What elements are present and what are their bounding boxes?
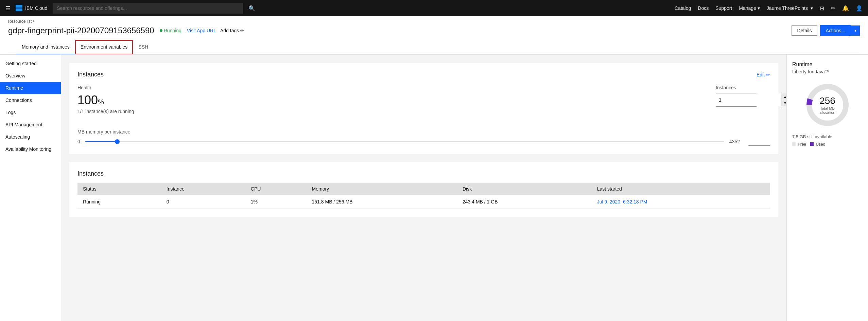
search-icon[interactable]: 🔍 bbox=[248, 5, 255, 12]
memory-label: MB memory per instance bbox=[77, 129, 770, 135]
svg-rect-3 bbox=[16, 9, 22, 10]
cell-memory: 151.8 MB / 256 MB bbox=[307, 195, 457, 209]
col-header-last-started: Last started bbox=[592, 183, 770, 195]
col-header-memory: Memory bbox=[307, 183, 457, 195]
tab-ssh[interactable]: SSH bbox=[133, 40, 154, 54]
instances-config-title: Instances bbox=[77, 71, 104, 78]
slider-fill bbox=[85, 141, 117, 142]
search-input[interactable] bbox=[53, 3, 243, 14]
health-label: Health bbox=[77, 85, 134, 90]
notification-icon[interactable]: 🔔 bbox=[842, 5, 849, 12]
tab-memory-instances[interactable]: Memory and instances bbox=[16, 40, 75, 54]
donut-label: Total MB allocation bbox=[816, 106, 839, 114]
brand-name: IBM Cloud bbox=[25, 5, 47, 11]
main-content: Instances Edit ✏ Health 100% 1/1 instanc… bbox=[61, 55, 786, 321]
user-name: Jaume ThreePoints bbox=[767, 5, 808, 11]
docs-link[interactable]: Docs bbox=[698, 5, 709, 11]
sidebar-item-logs[interactable]: Logs bbox=[0, 106, 61, 119]
slider-container: 0 4352 256 bbox=[77, 137, 770, 146]
app-links: Visit App URL Add tags ✏ bbox=[187, 28, 244, 33]
cell-instance: 0 bbox=[161, 195, 245, 209]
user-avatar-icon[interactable]: 👤 bbox=[856, 5, 863, 12]
actions-main-button[interactable]: Actions... bbox=[820, 25, 851, 36]
status-text: Running bbox=[164, 28, 181, 33]
legend-used-item: Used bbox=[810, 142, 825, 147]
legend-free-label: Free bbox=[798, 142, 806, 147]
memory-slider-track[interactable] bbox=[85, 141, 724, 142]
memory-value-input[interactable]: 256 bbox=[748, 137, 770, 146]
legend-used-dot bbox=[810, 142, 814, 146]
sidebar-item-availability-monitoring[interactable]: Availability Monitoring bbox=[0, 143, 61, 155]
slider-thumb[interactable] bbox=[115, 139, 120, 144]
status-dot bbox=[160, 29, 162, 32]
runtime-panel-subtitle: Liberty for Java™ bbox=[792, 69, 863, 74]
sidebar-item-overview[interactable]: Overview bbox=[0, 70, 61, 82]
sidebar-item-autoscaling[interactable]: Autoscaling bbox=[0, 131, 61, 143]
health-value: 100% bbox=[77, 93, 134, 107]
menu-icon[interactable]: ☰ bbox=[5, 5, 10, 12]
breadcrumb-separator: / bbox=[33, 19, 34, 24]
ibm-logo-icon bbox=[16, 5, 22, 12]
instances-table-title: Instances bbox=[77, 170, 770, 177]
cell-disk: 243.4 MB / 1 GB bbox=[457, 195, 592, 209]
instances-table: Status Instance CPU Memory Disk Last sta… bbox=[77, 183, 770, 209]
support-link[interactable]: Support bbox=[715, 5, 732, 11]
col-header-cpu: CPU bbox=[245, 183, 307, 195]
donut-chart-container: 256 Total MB allocation bbox=[792, 81, 863, 129]
table-header-row: Status Instance CPU Memory Disk Last sta… bbox=[77, 183, 770, 195]
status-badge: Running bbox=[160, 28, 181, 33]
catalog-link[interactable]: Catalog bbox=[675, 5, 691, 11]
sidebar: Getting started Overview Runtime Connect… bbox=[0, 55, 61, 321]
svg-rect-1 bbox=[16, 6, 22, 7]
add-tags-edit-icon: ✏ bbox=[240, 28, 244, 33]
legend-free-dot bbox=[792, 142, 796, 146]
sidebar-item-connections[interactable]: Connections bbox=[0, 94, 61, 106]
sidebar-item-runtime[interactable]: Runtime bbox=[0, 82, 61, 94]
instances-table-body: Running 0 1% 151.8 MB / 256 MB 243.4 MB … bbox=[77, 195, 770, 209]
svg-rect-0 bbox=[16, 5, 22, 6]
instances-stepper-label: Instances bbox=[716, 85, 770, 90]
health-block: Health 100% 1/1 instance(s) are running bbox=[77, 85, 134, 114]
edit-pencil-icon: ✏ bbox=[766, 72, 770, 77]
details-button[interactable]: Details bbox=[792, 25, 818, 36]
manage-menu[interactable]: Manage ▾ bbox=[739, 5, 760, 11]
switcher-icon[interactable]: ⊞ bbox=[820, 5, 824, 12]
user-menu[interactable]: Jaume ThreePoints ▾ bbox=[767, 5, 813, 11]
sidebar-item-api-management[interactable]: API Management bbox=[0, 119, 61, 131]
actions-chevron-button[interactable]: ▾ bbox=[851, 25, 860, 36]
top-navigation: ☰ IBM Cloud 🔍 Catalog Docs Support Manag… bbox=[0, 0, 868, 16]
instances-stepper[interactable]: 1 ▲ ▼ bbox=[716, 93, 757, 107]
col-header-disk: Disk bbox=[457, 183, 592, 195]
main-layout: Getting started Overview Runtime Connect… bbox=[0, 55, 868, 321]
header-actions: Details Actions... ▾ bbox=[792, 25, 860, 36]
col-header-status: Status bbox=[77, 183, 161, 195]
donut-value: 256 bbox=[816, 95, 839, 106]
visit-app-url-link[interactable]: Visit App URL bbox=[187, 28, 216, 33]
tab-environment-variables[interactable]: Environment variables bbox=[75, 40, 133, 54]
cell-last-started[interactable]: Jul 9, 2020, 6:32:18 PM bbox=[592, 195, 770, 209]
instances-table-card: Instances Status Instance CPU Memory Dis… bbox=[69, 162, 778, 217]
svg-rect-2 bbox=[16, 7, 22, 8]
legend-used-label: Used bbox=[816, 142, 825, 147]
instances-stepper-area: Instances 1 ▲ ▼ bbox=[716, 85, 770, 107]
runtime-panel: Runtime Liberty for Java™ 256 Total MB a… bbox=[786, 55, 868, 321]
sidebar-item-getting-started[interactable]: Getting started bbox=[0, 57, 61, 70]
add-tags-button[interactable]: Add tags ✏ bbox=[220, 28, 244, 33]
cell-cpu: 1% bbox=[245, 195, 307, 209]
instances-input[interactable]: 1 bbox=[716, 93, 781, 106]
runtime-legend: Free Used bbox=[792, 142, 863, 147]
brand-logo: IBM Cloud bbox=[16, 5, 47, 12]
donut-chart: 256 Total MB allocation bbox=[804, 81, 851, 129]
donut-center: 256 Total MB allocation bbox=[816, 95, 839, 114]
slider-max-label: 4352 bbox=[729, 139, 743, 144]
cell-status: Running bbox=[77, 195, 161, 209]
memory-section: MB memory per instance 0 4352 256 bbox=[77, 129, 770, 146]
edit-icon[interactable]: ✏ bbox=[831, 5, 835, 12]
instances-config-card: Instances Edit ✏ Health 100% 1/1 instanc… bbox=[69, 63, 778, 154]
content-area: Instances Edit ✏ Health 100% 1/1 instanc… bbox=[61, 55, 786, 233]
app-title: gdpr-fingerprint-pii-20200709153656590 bbox=[8, 26, 154, 35]
runtime-available-text: 7.5 GB still available bbox=[792, 134, 863, 139]
edit-link[interactable]: Edit ✏ bbox=[757, 72, 770, 77]
breadcrumb-resource-list[interactable]: Resource list bbox=[8, 19, 32, 24]
table-row: Running 0 1% 151.8 MB / 256 MB 243.4 MB … bbox=[77, 195, 770, 209]
